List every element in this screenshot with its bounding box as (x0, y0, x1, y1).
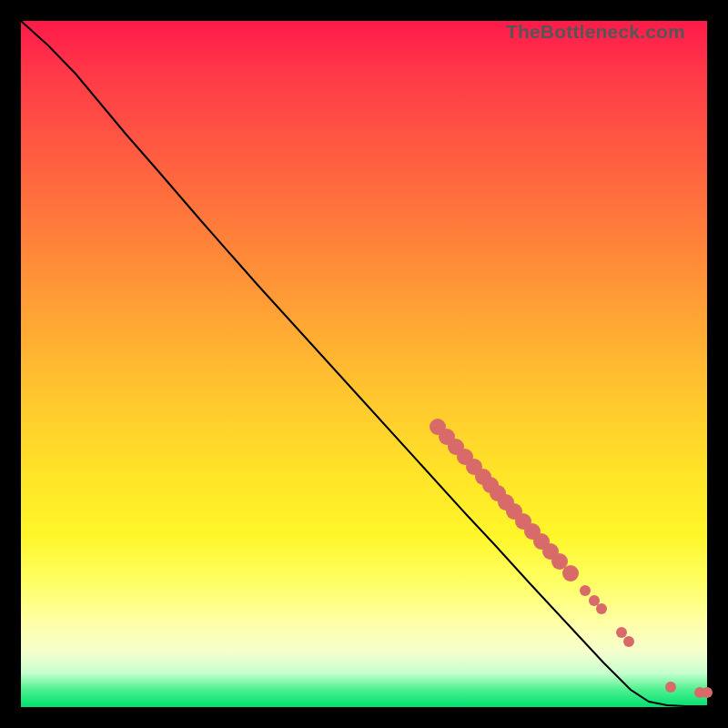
curve-marker (589, 595, 600, 606)
curve-marker (616, 627, 627, 638)
curve-marker (702, 687, 713, 698)
chart-frame: TheBottleneck.com (0, 0, 728, 728)
curve-marker (580, 585, 591, 596)
chart-svg (21, 21, 707, 707)
curve-marker (623, 636, 634, 647)
curve-marker (596, 603, 607, 614)
bottleneck-curve (21, 21, 707, 706)
plot-area: TheBottleneck.com (21, 21, 707, 707)
curve-marker (562, 565, 579, 581)
curve-markers (430, 419, 713, 698)
curve-marker (665, 682, 676, 693)
